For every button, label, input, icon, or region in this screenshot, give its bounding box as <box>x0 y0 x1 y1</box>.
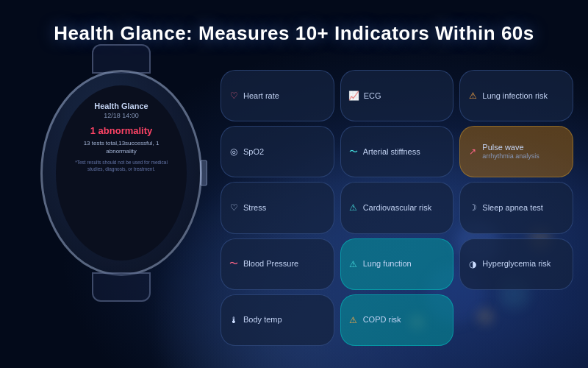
indicator-spo2[interactable]: ◎SpO2 <box>220 126 334 177</box>
sleep-apnea-icon: ☽ <box>467 202 478 213</box>
indicator-stress[interactable]: ♡Stress <box>220 182 334 233</box>
cardiovascular-label: Cardiovascular risk <box>363 203 432 213</box>
indicator-copd[interactable]: ⚠COPD risk <box>340 294 454 346</box>
watch-subtitle: 13 tests total,13successful, 1 abnormali… <box>68 139 175 155</box>
spo2-icon: ◎ <box>229 146 239 157</box>
cardiovascular-icon: ⚠ <box>348 202 359 213</box>
lung-infection-label: Lung infection risk <box>482 91 548 101</box>
body-temp-label: Body temp <box>243 315 282 325</box>
indicator-ecg[interactable]: 📈ECG <box>340 70 454 121</box>
ecg-icon: 📈 <box>348 91 359 101</box>
body-temp-icon: 🌡 <box>229 315 239 325</box>
blood-pressure-icon: 〜 <box>229 258 239 270</box>
pulse-wave-icon: ↗ <box>467 146 478 157</box>
ecg-label: ECG <box>364 91 381 101</box>
indicator-body-temp[interactable]: 🌡Body temp <box>220 294 334 346</box>
watch-date: 12/18 14:00 <box>104 112 139 119</box>
indicator-heart-rate[interactable]: ♡Heart rate <box>220 70 334 121</box>
indicator-blood-pressure[interactable]: 〜Blood Pressure <box>220 238 334 290</box>
arterial-stiffness-icon: 〜 <box>348 146 359 158</box>
watch-app-title: Health Glance <box>94 102 148 110</box>
copd-label: COPD risk <box>363 315 401 325</box>
arterial-stiffness-label: Arterial stiffness <box>363 147 420 157</box>
stress-label: Stress <box>243 203 266 213</box>
sleep-apnea-label: Sleep apnea test <box>482 203 543 213</box>
lung-function-label: Lung function <box>363 259 412 269</box>
watch-band-bottom <box>92 272 151 302</box>
indicator-arterial-stiffness[interactable]: 〜Arterial stiffness <box>340 126 454 177</box>
spo2-label: SpO2 <box>243 147 264 157</box>
stress-icon: ♡ <box>229 202 239 213</box>
blood-pressure-label: Blood Pressure <box>243 259 298 269</box>
heart-rate-icon: ♡ <box>229 91 239 101</box>
copd-icon: ⚠ <box>348 315 359 325</box>
hyperglycemia-icon: ◑ <box>467 259 478 269</box>
indicators-grid: ♡Heart rate📈ECG⚠Lung infection risk◎SpO2… <box>220 70 573 346</box>
indicator-hyperglycemia[interactable]: ◑Hyperglycemia risk <box>459 238 573 290</box>
watch-screen: Health Glance 12/18 14:00 1 abnormality … <box>56 85 187 261</box>
watch-container: Health Glance 12/18 14:00 1 abnormality … <box>40 70 202 276</box>
watch-note: *Test results should not be used for med… <box>68 160 175 172</box>
indicator-cardiovascular[interactable]: ⚠Cardiovascular risk <box>340 182 454 233</box>
indicator-lung-infection[interactable]: ⚠Lung infection risk <box>459 70 573 121</box>
indicator-pulse-wave[interactable]: ↗Pulse wavearrhythmia analysis <box>459 126 573 177</box>
hyperglycemia-label: Hyperglycemia risk <box>482 259 551 269</box>
indicator-sleep-apnea[interactable]: ☽Sleep apnea test <box>459 182 573 233</box>
page-title: Health Glance: Measures 10+ Indicators W… <box>0 22 588 45</box>
pulse-wave-label: Pulse wavearrhythmia analysis <box>482 143 539 160</box>
heart-rate-label: Heart rate <box>243 91 279 101</box>
lung-infection-icon: ⚠ <box>467 91 478 101</box>
watch-alert: 1 abnormality <box>90 125 153 136</box>
watch-body: Health Glance 12/18 14:00 1 abnormality … <box>40 70 202 276</box>
watch-crown <box>200 160 207 186</box>
lung-function-icon: ⚠ <box>348 259 359 269</box>
indicator-lung-function[interactable]: ⚠Lung function <box>340 238 454 290</box>
watch-band-top <box>92 44 151 74</box>
